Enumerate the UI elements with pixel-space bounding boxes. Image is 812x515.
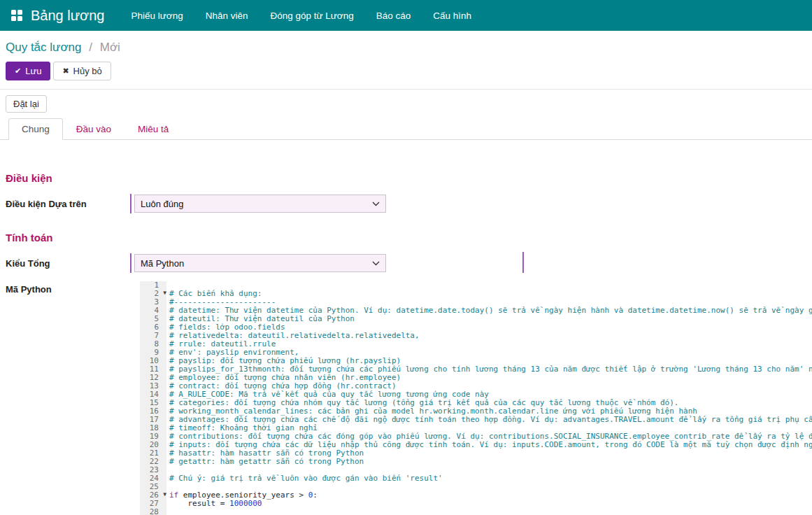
label-separator	[130, 194, 131, 213]
navbar-item-nhan-vien[interactable]: Nhân viên	[194, 0, 259, 31]
line-number: 2▼	[140, 290, 166, 298]
editor-gutter: 12▼3456789101112131415161718192021222324…	[140, 281, 166, 515]
code-line	[169, 508, 812, 515]
amount-type-label: Kiểu Tổng	[6, 258, 130, 269]
line-number: 7	[140, 332, 166, 340]
line-number: 28	[140, 508, 166, 515]
label-separator	[130, 253, 131, 273]
code-line: # getattr: hàm getattr sẵn có trong Pyth…	[169, 458, 812, 466]
code-line: result = 1000000	[169, 500, 812, 508]
form-body: Điều kiện Điều kiện Dựa trên Luôn đúng T…	[0, 172, 812, 515]
app-title[interactable]: Bảng lương	[31, 8, 104, 24]
fold-arrow-icon[interactable]: ▼	[163, 289, 166, 297]
condition-based-on-select[interactable]: Luôn đúng	[134, 195, 386, 213]
reset-row: Đặt lại	[0, 90, 812, 117]
python-code-row: Mã Python 12▼345678910111213141516171819…	[6, 281, 812, 515]
save-button-label: Lưu	[25, 66, 41, 76]
top-navbar: Bảng lương Phiếu lươngNhân viênĐóng góp …	[0, 0, 812, 31]
discard-button[interactable]: ✖ Hủy bỏ	[53, 62, 111, 80]
chevron-down-icon	[372, 261, 380, 266]
breadcrumb-separator: /	[89, 41, 92, 54]
line-number: 6	[140, 323, 166, 332]
tab-chung[interactable]: Chung	[8, 118, 63, 140]
breadcrumb: Quy tắc lương / Mới	[0, 31, 812, 60]
code-line: # Chú ý: giá trị trả về luôn vào được gá…	[169, 474, 812, 483]
chevron-down-icon	[372, 202, 380, 206]
navbar-item-phieu-luong[interactable]: Phiếu lương	[120, 0, 194, 31]
line-number: 4	[140, 306, 166, 315]
apps-menu-icon	[11, 10, 22, 21]
navbar-item-bao-cao[interactable]: Báo cáo	[365, 0, 422, 31]
column-separator	[522, 252, 524, 273]
line-number: 8	[140, 340, 166, 348]
tabs: ChungĐầu vàoMiêu tả	[0, 118, 812, 140]
tab-mieu-ta[interactable]: Miêu tả	[124, 118, 182, 140]
breadcrumb-parent[interactable]: Quy tắc lương	[6, 41, 82, 54]
action-buttons: ✔ Lưu ✖ Hủy bỏ	[0, 60, 812, 89]
line-number: 3	[140, 298, 166, 306]
condition-based-on-label: Điều kiện Dựa trên	[6, 199, 130, 209]
python-code-label: Mã Python	[6, 281, 130, 295]
line-number: 5	[140, 315, 166, 323]
amount-type-row: Kiểu Tổng Mã Python	[6, 253, 812, 273]
check-icon: ✔	[15, 67, 21, 75]
code-line: if employee.seniority_years > 0:	[169, 491, 812, 500]
breadcrumb-current: Mới	[100, 41, 120, 54]
navbar-item-cau-hinh[interactable]: Cấu hình	[422, 0, 483, 31]
tab-dau-vao[interactable]: Đầu vào	[63, 118, 124, 140]
apps-menu-button[interactable]	[8, 7, 25, 24]
fold-arrow-icon[interactable]: ▼	[163, 491, 166, 499]
navbar-item-dong-gop-tu-luong[interactable]: Đóng góp từ Lương	[259, 0, 364, 31]
section-title-condition: Điều kiện	[6, 172, 812, 184]
reset-button[interactable]: Đặt lại	[6, 95, 47, 113]
save-button[interactable]: ✔ Lưu	[6, 62, 50, 80]
editor-code[interactable]: # Các biến khả dụng:#-------------------…	[166, 281, 812, 515]
condition-based-on-row: Điều kiện Dựa trên Luôn đúng	[6, 194, 812, 213]
condition-based-on-value: Luôn đúng	[141, 199, 183, 209]
form-sheet: Đặt lại ChungĐầu vàoMiêu tả Điều kiện Đi…	[0, 90, 812, 515]
section-title-computation: Tính toán	[6, 232, 812, 244]
close-icon: ✖	[62, 67, 69, 75]
amount-type-select[interactable]: Mã Python	[134, 254, 386, 272]
navbar-menu: Phiếu lươngNhân viênĐóng góp từ LươngBáo…	[120, 0, 483, 31]
python-code-editor[interactable]: 12▼3456789101112131415161718192021222324…	[140, 281, 812, 515]
control-panel: Quy tắc lương / Mới ✔ Lưu ✖ Hủy bỏ	[0, 31, 812, 90]
reset-button-label: Đặt lại	[13, 99, 39, 108]
discard-button-label: Hủy bỏ	[73, 66, 102, 76]
amount-type-value: Mã Python	[141, 258, 184, 269]
code-line	[169, 281, 812, 290]
